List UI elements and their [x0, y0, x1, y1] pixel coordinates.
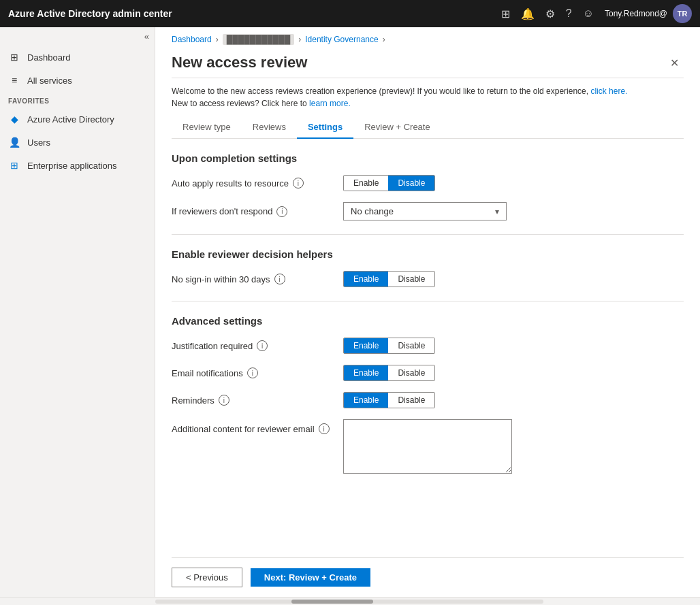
sidebar-item-label: All services	[27, 76, 72, 86]
dialog-footer: < Previous Next: Review + Create	[172, 557, 684, 597]
auto-apply-disable-btn[interactable]: Disable	[388, 176, 434, 191]
azure-ad-icon: ◆	[8, 113, 20, 125]
dropdown-arrow-icon: ▾	[495, 207, 499, 216]
smiley-icon[interactable]: ☺	[583, 7, 594, 20]
learn-more-link[interactable]: learn more.	[309, 99, 351, 108]
sidebar-item-users[interactable]: 👤 Users	[0, 131, 155, 154]
topbar: Azure Active Directory admin center ⊞ 🔔 …	[0, 0, 700, 27]
tab-review-create[interactable]: Review + Create	[353, 116, 441, 139]
no-respond-info-icon[interactable]: i	[276, 206, 287, 217]
tabs: Review type Reviews Settings Review + Cr…	[172, 116, 684, 139]
user-info: Tony.Redmond@ TR	[605, 4, 692, 23]
no-respond-label: If reviewers don't respond i	[172, 206, 335, 217]
email-notifications-label: Email notifications i	[172, 367, 335, 378]
decision-helpers-section-title: Enable reviewer decision helpers	[172, 248, 684, 260]
reviewer-email-textarea[interactable]	[343, 419, 512, 474]
completion-section-title: Upon completion settings	[172, 152, 684, 164]
horizontal-scrollbar[interactable]	[155, 600, 543, 604]
previous-button[interactable]: < Previous	[172, 568, 242, 587]
scrollbar-thumb	[291, 600, 373, 604]
click-here-link[interactable]: click here.	[590, 86, 627, 96]
breadcrumb-dashboard[interactable]: Dashboard	[172, 35, 212, 44]
no-signin-enable-btn[interactable]: Enable	[344, 272, 388, 287]
info-banner: Welcome to the new access reviews creati…	[172, 78, 684, 114]
avatar[interactable]: TR	[673, 4, 692, 23]
breadcrumb-sep-2: ›	[298, 35, 301, 44]
app-title: Azure Active Directory admin center	[8, 8, 501, 19]
sidebar-item-all-services[interactable]: ≡ All services	[0, 69, 155, 92]
content-area: Dashboard › ███████████ › Identity Gover…	[155, 27, 700, 597]
email-notifications-row: Email notifications i Enable Disable	[172, 365, 684, 381]
email-notifications-toggle: Enable Disable	[343, 365, 435, 381]
justification-info-icon[interactable]: i	[257, 340, 268, 351]
sidebar-item-label: Enterprise applications	[27, 161, 117, 171]
dialog-header: New access review ✕	[172, 45, 684, 78]
enterprise-apps-icon: ⊞	[8, 159, 20, 171]
justification-toggle: Enable Disable	[343, 338, 435, 354]
learn-more-prefix: New to access reviews? Click here to	[172, 99, 307, 108]
breadcrumb-identity-governance[interactable]: Identity Governance	[305, 35, 378, 44]
additional-content-row: Additional content for reviewer email i	[172, 419, 684, 474]
justification-row: Justification required i Enable Disable	[172, 338, 684, 354]
bottom-scrollbar	[0, 597, 700, 605]
sidebar-item-label: Users	[27, 137, 50, 148]
no-signin-toggle: Enable Disable	[343, 271, 435, 287]
collapse-icon: «	[144, 31, 149, 42]
breadcrumb: Dashboard › ███████████ › Identity Gover…	[155, 27, 700, 45]
sidebar: « ⊞ Dashboard ≡ All services FAVORITES ◆…	[0, 27, 155, 597]
users-icon: 👤	[8, 136, 20, 148]
auto-apply-info-icon[interactable]: i	[293, 178, 304, 189]
additional-content-label: Additional content for reviewer email i	[172, 419, 335, 434]
tab-settings[interactable]: Settings	[297, 116, 353, 139]
justification-disable-btn[interactable]: Disable	[388, 338, 434, 353]
collapse-button[interactable]: «	[0, 27, 155, 46]
help-icon[interactable]: ?	[566, 7, 572, 20]
email-notifications-enable-btn[interactable]: Enable	[344, 365, 388, 380]
main-layout: « ⊞ Dashboard ≡ All services FAVORITES ◆…	[0, 27, 700, 597]
justification-label: Justification required i	[172, 340, 335, 351]
sidebar-section-favorites: FAVORITES	[0, 92, 155, 108]
no-signin-disable-btn[interactable]: Disable	[388, 272, 434, 287]
close-button[interactable]: ✕	[665, 53, 684, 72]
auto-apply-label: Auto apply results to resource i	[172, 178, 335, 189]
reminders-disable-btn[interactable]: Disable	[388, 393, 434, 408]
dialog-title: New access review	[172, 54, 307, 71]
info-text: Welcome to the new access reviews creati…	[172, 86, 588, 96]
username: Tony.Redmond@	[605, 9, 667, 18]
justification-enable-btn[interactable]: Enable	[344, 338, 388, 353]
sidebar-item-azure-ad[interactable]: ◆ Azure Active Directory	[0, 108, 155, 131]
dialog: New access review ✕ Welcome to the new a…	[172, 45, 684, 597]
email-notifications-info-icon[interactable]: i	[247, 367, 258, 378]
no-respond-dropdown[interactable]: No change ▾	[343, 202, 507, 220]
reminders-enable-btn[interactable]: Enable	[344, 393, 388, 408]
reminders-row: Reminders i Enable Disable	[172, 392, 684, 408]
sidebar-item-label: Dashboard	[27, 52, 71, 63]
additional-content-info-icon[interactable]: i	[319, 423, 330, 434]
reminders-label: Reminders i	[172, 395, 335, 406]
auto-apply-toggle: Enable Disable	[343, 175, 435, 191]
sidebar-item-enterprise-apps[interactable]: ⊞ Enterprise applications	[0, 154, 155, 177]
tab-review-type[interactable]: Review type	[172, 116, 242, 139]
section-divider-2	[172, 301, 684, 301]
section-divider-1	[172, 234, 684, 235]
breadcrumb-middle[interactable]: ███████████	[223, 34, 295, 45]
auto-apply-enable-btn[interactable]: Enable	[344, 176, 388, 191]
breadcrumb-sep-1: ›	[216, 35, 219, 44]
settings-icon[interactable]: ⚙	[545, 7, 555, 20]
topbar-icons: ⊞ 🔔 ⚙ ? ☺ Tony.Redmond@ TR	[501, 4, 692, 23]
tab-reviews[interactable]: Reviews	[242, 116, 297, 139]
auto-apply-row: Auto apply results to resource i Enable …	[172, 175, 684, 191]
bell-icon[interactable]: 🔔	[521, 7, 535, 20]
next-button[interactable]: Next: Review + Create	[251, 568, 370, 587]
breadcrumb-sep-3: ›	[383, 35, 385, 44]
advanced-section-title: Advanced settings	[172, 315, 684, 327]
no-signin-info-icon[interactable]: i	[274, 274, 285, 284]
email-notifications-disable-btn[interactable]: Disable	[388, 365, 434, 380]
sidebar-item-dashboard[interactable]: ⊞ Dashboard	[0, 46, 155, 69]
no-signin-label: No sign-in within 30 days i	[172, 274, 335, 284]
no-signin-row: No sign-in within 30 days i Enable Disab…	[172, 271, 684, 287]
reminders-info-icon[interactable]: i	[219, 395, 229, 406]
grid-icon[interactable]: ⊞	[501, 7, 510, 20]
list-icon: ≡	[8, 74, 20, 86]
no-respond-value: No change	[351, 206, 394, 216]
